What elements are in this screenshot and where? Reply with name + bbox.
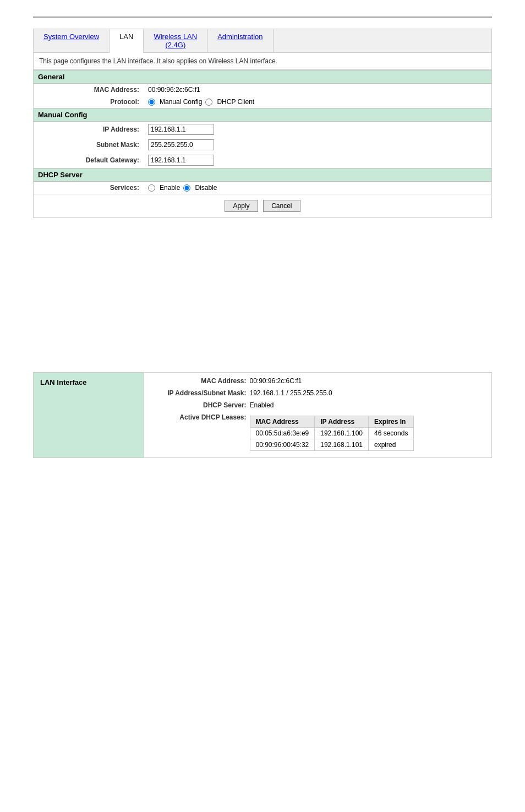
- lease-2-mac: 00:90:96:00:45:32: [250, 439, 315, 451]
- subnet-mask-input[interactable]: [148, 139, 214, 150]
- dhcp-enable-label: Enable: [160, 184, 180, 192]
- lease-row-1: 00:05:5d:a6:3e:e9 192.168.1.100 46 secon…: [250, 428, 414, 439]
- protocol-manual-label: Manual Config: [160, 98, 202, 106]
- dhcp-server-header: DHCP Server: [34, 168, 491, 182]
- nav-tabs: System Overview LAN Wireless LAN(2.4G) A…: [34, 29, 491, 53]
- lease-2-expires: expired: [369, 439, 414, 451]
- tab-system-overview[interactable]: System Overview: [34, 29, 110, 52]
- status-leases-value: MAC Address IP Address Expires In 00:05:…: [250, 413, 485, 453]
- general-header: General: [34, 70, 491, 84]
- protocol-manual-radio[interactable]: [148, 99, 155, 106]
- protocol-label: Protocol:: [34, 96, 144, 108]
- dhcp-disable-label: Disable: [195, 184, 217, 192]
- protocol-options: Manual Config DHCP Client: [144, 96, 491, 108]
- tab-system-overview-link[interactable]: System Overview: [43, 32, 99, 41]
- tab-lan[interactable]: LAN: [110, 29, 144, 53]
- status-table: LAN Interface MAC Address: 00:90:96:2c:6…: [34, 373, 491, 457]
- config-section: System Overview LAN Wireless LAN(2.4G) A…: [33, 29, 492, 218]
- services-options: Enable Disable: [144, 182, 491, 194]
- ip-address-cell: [144, 122, 491, 138]
- default-gateway-cell: [144, 152, 491, 168]
- cancel-button[interactable]: Cancel: [263, 200, 300, 212]
- mac-address-value: 00:90:96:2c:6C:f1: [144, 84, 491, 96]
- status-grid: MAC Address: 00:90:96:2c:6C:f1 IP Addres…: [151, 377, 485, 453]
- status-dhcp-value: Enabled: [250, 401, 485, 411]
- leases-header-ip: IP Address: [315, 416, 369, 428]
- info-row: This page configures the LAN interface. …: [34, 53, 491, 70]
- top-rule: [33, 17, 492, 18]
- buttons-row: Apply Cancel: [34, 194, 491, 217]
- status-right-panel: MAC Address: 00:90:96:2c:6C:f1 IP Addres…: [144, 373, 491, 457]
- status-section-header: LAN Interface: [34, 373, 144, 457]
- subnet-mask-cell: [144, 137, 491, 152]
- default-gateway-input[interactable]: [148, 155, 214, 166]
- ip-address-label: IP Address:: [34, 122, 144, 138]
- leases-header-expires: Expires In: [369, 416, 414, 428]
- manual-config-header: Manual Config: [34, 108, 491, 122]
- lease-row-2: 00:90:96:00:45:32 192.168.1.101 expired: [250, 439, 414, 451]
- default-gateway-label: Default Gateway:: [34, 152, 144, 168]
- tab-lan-label: LAN: [119, 32, 133, 41]
- status-dhcp-label: DHCP Server:: [151, 401, 250, 411]
- lease-1-ip: 192.168.1.100: [315, 428, 369, 439]
- page-wrapper: System Overview LAN Wireless LAN(2.4G) A…: [0, 17, 525, 812]
- apply-button[interactable]: Apply: [225, 200, 258, 212]
- subnet-mask-label: Subnet Mask:: [34, 137, 144, 152]
- mac-address-label: MAC Address:: [34, 84, 144, 96]
- leases-header-mac: MAC Address: [250, 416, 315, 428]
- status-section: LAN Interface MAC Address: 00:90:96:2c:6…: [33, 372, 492, 458]
- tab-wireless-lan[interactable]: Wireless LAN(2.4G): [144, 29, 207, 52]
- tab-administration-link[interactable]: Administration: [217, 32, 262, 41]
- status-ip-label: IP Address/Subnet Mask:: [151, 389, 250, 399]
- ip-address-input[interactable]: [148, 124, 214, 135]
- tab-administration[interactable]: Administration: [207, 29, 273, 52]
- lease-1-mac: 00:05:5d:a6:3e:e9: [250, 428, 315, 439]
- leases-table: MAC Address IP Address Expires In 00:05:…: [250, 416, 414, 451]
- lease-1-expires: 46 seconds: [369, 428, 414, 439]
- protocol-dhcp-label: DHCP Client: [217, 98, 254, 106]
- status-ip-value: 192.168.1.1 / 255.255.255.0: [250, 389, 485, 399]
- status-mac-value: 00:90:96:2c:6C:f1: [250, 377, 485, 387]
- dhcp-disable-radio[interactable]: [183, 184, 190, 192]
- dhcp-enable-radio[interactable]: [148, 184, 155, 192]
- protocol-dhcp-radio[interactable]: [205, 99, 212, 106]
- tab-wireless-lan-link[interactable]: Wireless LAN(2.4G): [154, 32, 197, 49]
- general-section-table: General MAC Address: 00:90:96:2c:6C:f1 P…: [34, 70, 491, 194]
- status-leases-label: Active DHCP Leases:: [151, 413, 250, 423]
- services-label: Services:: [34, 182, 144, 194]
- status-mac-label: MAC Address:: [151, 377, 250, 387]
- info-text: This page configures the LAN interface. …: [39, 57, 277, 65]
- lease-2-ip: 192.168.1.101: [315, 439, 369, 451]
